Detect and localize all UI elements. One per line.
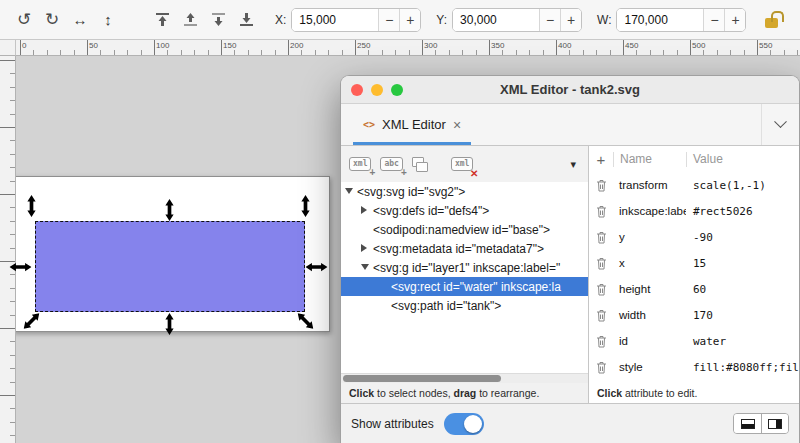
selected-water-rect[interactable]	[35, 221, 305, 312]
delete-attribute-button[interactable]	[589, 283, 613, 296]
new-element-node-button[interactable]: xml +	[349, 152, 371, 176]
vertical-ruler[interactable]	[0, 56, 16, 443]
value-pane-layout-group	[733, 413, 789, 434]
width-decrement-button[interactable]: −	[703, 9, 724, 31]
tab-xml-editor[interactable]: <> XML Editor ×	[351, 104, 473, 145]
tree-node-water-rect[interactable]: <svg:rect id="water" inkscape:la	[341, 277, 588, 296]
y-decrement-button[interactable]: −	[539, 9, 560, 31]
attribute-name[interactable]: x	[613, 257, 686, 269]
new-text-node-button[interactable]: abc +	[380, 152, 402, 176]
tree-node-defs[interactable]: <svg:defs id="defs4">	[341, 201, 588, 220]
attribute-value[interactable]: scale(1,-1)	[686, 179, 799, 192]
window-title: XML Editor - tank2.svg	[401, 82, 739, 97]
attribute-value[interactable]: 170	[686, 309, 799, 322]
tab-close-icon[interactable]: ×	[453, 117, 461, 133]
attribute-row[interactable]: transform scale(1,-1)	[589, 172, 799, 198]
expander-icon[interactable]	[361, 206, 367, 214]
attribute-value[interactable]: -90	[686, 231, 799, 244]
delete-attribute-button[interactable]	[589, 179, 613, 192]
tab-label: XML Editor	[382, 117, 446, 132]
lower-button[interactable]	[204, 6, 232, 34]
delete-attribute-button[interactable]	[589, 231, 613, 244]
delete-attribute-button[interactable]	[589, 309, 613, 322]
attribute-row[interactable]: height 60	[589, 276, 799, 302]
y-input[interactable]: 30,000	[453, 9, 539, 31]
tree-node-tank-path[interactable]: <svg:path id="tank">	[341, 296, 588, 315]
x-label: X:	[275, 13, 286, 27]
attribute-name[interactable]: id	[613, 335, 686, 347]
xml-editor-dialog: XML Editor - tank2.svg <> XML Editor × x…	[340, 75, 800, 443]
x-increment-button[interactable]: +	[399, 9, 420, 31]
scale-handle-right[interactable]	[306, 262, 328, 273]
attribute-value[interactable]: water	[686, 335, 799, 348]
tab-overflow-button[interactable]	[761, 104, 799, 145]
split-vertical-icon	[768, 419, 782, 429]
scale-handle-bottom[interactable]	[164, 313, 175, 335]
rotate-ccw-button[interactable]: ↺	[10, 6, 38, 34]
inkscape-window: ↺ ↻ ↔ ↕ X: 15,000 − +	[0, 0, 800, 443]
delete-node-button[interactable]: xml ✕	[451, 152, 473, 176]
attribute-value[interactable]: #rect5026	[686, 205, 799, 218]
value-pane-bottom-button[interactable]	[734, 414, 761, 433]
attribute-name[interactable]: style	[613, 361, 686, 373]
rotate-cw-button[interactable]: ↻	[38, 6, 66, 34]
scale-handle-top-left[interactable]	[26, 195, 37, 217]
flip-horizontal-button[interactable]: ↔	[66, 6, 94, 34]
flip-vertical-button[interactable]: ↕	[94, 6, 122, 34]
raise-button[interactable]	[176, 6, 204, 34]
horizontal-ruler[interactable]: 0 50 100 150 200 250 300 350 400 450 500…	[16, 40, 800, 56]
attribute-row[interactable]: id water	[589, 328, 799, 354]
attribute-name[interactable]: transform	[613, 179, 686, 191]
attribute-value[interactable]: fill:#8080ff;fill-	[686, 361, 799, 374]
z-order-group	[148, 6, 260, 34]
node-menu-dropdown[interactable]: ▾	[570, 158, 576, 171]
x-decrement-button[interactable]: −	[378, 9, 399, 31]
scrollbar-thumb[interactable]	[343, 375, 501, 382]
tree-node-layer[interactable]: <svg:g id="layer1" inkscape:label="	[341, 258, 588, 277]
duplicate-node-button[interactable]	[412, 152, 428, 176]
tree-node-svg[interactable]: <svg:svg id="svg2">	[341, 182, 588, 201]
scale-handle-top[interactable]	[164, 199, 175, 221]
expander-icon[interactable]	[345, 188, 353, 194]
attribute-name[interactable]: inkscape:label	[613, 205, 686, 217]
delete-attribute-button[interactable]	[589, 205, 613, 218]
x-input[interactable]: 15,000	[292, 9, 378, 31]
dialog-titlebar[interactable]: XML Editor - tank2.svg	[341, 76, 799, 104]
width-increment-button[interactable]: +	[724, 9, 745, 31]
add-attribute-button[interactable]: +	[589, 151, 613, 168]
attribute-name[interactable]: width	[613, 309, 686, 321]
delete-attribute-button[interactable]	[589, 257, 613, 270]
value-pane-right-button[interactable]	[761, 414, 788, 433]
lower-to-bottom-button[interactable]	[232, 6, 260, 34]
attribute-row[interactable]: width 170	[589, 302, 799, 328]
expander-icon[interactable]	[361, 244, 367, 252]
y-increment-button[interactable]: +	[560, 9, 581, 31]
attribute-row[interactable]: x 15	[589, 250, 799, 276]
trash-icon	[596, 309, 607, 322]
lock-ratio-button[interactable]	[758, 7, 784, 33]
attribute-row[interactable]: style fill:#8080ff;fill-	[589, 354, 799, 380]
ruler-tick-label: 400	[558, 41, 571, 50]
tree-node-metadata[interactable]: <svg:metadata id="metadata7">	[341, 239, 588, 258]
attribute-row[interactable]: y -90	[589, 224, 799, 250]
delete-attribute-button[interactable]	[589, 335, 613, 348]
attribute-value[interactable]: 15	[686, 257, 799, 270]
attribute-name[interactable]: y	[613, 231, 686, 243]
delete-attribute-button[interactable]	[589, 361, 613, 374]
width-label: W:	[597, 13, 611, 27]
show-attributes-toggle[interactable]	[444, 413, 484, 435]
dialog-bottom-bar: Show attributes	[341, 403, 799, 443]
scale-handle-top-right[interactable]	[300, 195, 311, 217]
attribute-value[interactable]: 60	[686, 283, 799, 296]
expander-icon[interactable]	[361, 264, 369, 270]
scale-handle-left[interactable]	[10, 262, 32, 273]
minimize-window-button[interactable]	[371, 84, 383, 96]
attribute-row[interactable]: inkscape:label #rect5026	[589, 198, 799, 224]
width-input[interactable]: 170,000	[617, 9, 703, 31]
tree-node-namedview[interactable]: <sodipodi:namedview id="base">	[341, 220, 588, 239]
tree-horizontal-scrollbar[interactable]	[341, 373, 588, 383]
close-window-button[interactable]	[351, 84, 363, 96]
dialog-content: xml + abc + xml ✕ ▾	[341, 146, 799, 403]
raise-to-top-button[interactable]	[148, 6, 176, 34]
attribute-name[interactable]: height	[613, 283, 686, 295]
